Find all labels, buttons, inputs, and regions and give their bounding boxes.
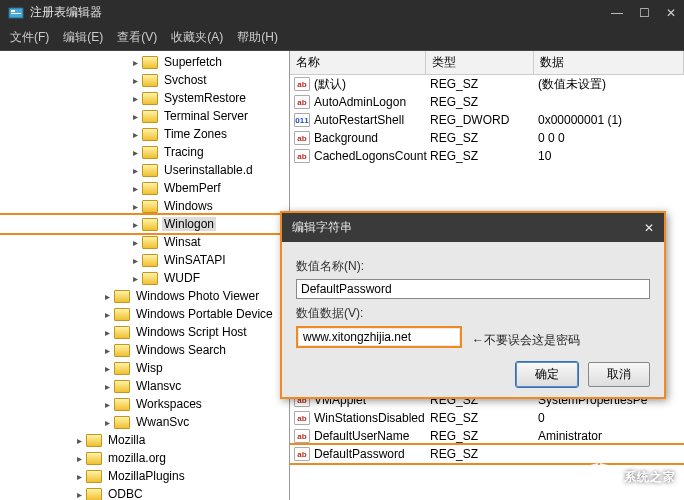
value-type: REG_SZ — [430, 411, 538, 425]
tree-label: Terminal Server — [162, 109, 250, 123]
tree-node[interactable]: ▸Userinstallable.d — [0, 161, 289, 179]
folder-icon — [142, 92, 158, 105]
folder-icon — [142, 254, 158, 267]
tree-node[interactable]: ▸Terminal Server — [0, 107, 289, 125]
expand-icon[interactable]: ▸ — [128, 237, 142, 248]
value-type: REG_SZ — [430, 131, 538, 145]
tree-label: mozilla.org — [106, 451, 168, 465]
value-row[interactable]: ab(默认)REG_SZ(数值未设置) — [290, 75, 684, 93]
tree-node[interactable]: ▸Wlansvc — [0, 377, 289, 395]
tree-node[interactable]: ▸mozilla.org — [0, 449, 289, 467]
expand-icon[interactable]: ▸ — [128, 129, 142, 140]
menu-edit[interactable]: 编辑(E) — [63, 29, 103, 46]
col-type[interactable]: 类型 — [426, 51, 534, 74]
tree-node[interactable]: ▸ODBC — [0, 485, 289, 500]
expand-icon[interactable]: ▸ — [72, 435, 86, 446]
tree-node[interactable]: ▸Tracing — [0, 143, 289, 161]
value-row[interactable]: abDefaultUserNameREG_SZAministrator — [290, 427, 684, 445]
expand-icon[interactable]: ▸ — [100, 291, 114, 302]
value-row[interactable]: abAutoAdminLogonREG_SZ — [290, 93, 684, 111]
tree-node[interactable]: ▸Windows Photo Viewer — [0, 287, 289, 305]
tree-node[interactable]: ▸WUDF — [0, 269, 289, 287]
edit-string-dialog: 编辑字符串 ✕ 数值名称(N): 数值数据(V): ←不要误会这是密码 确定 取… — [280, 211, 666, 399]
expand-icon[interactable]: ▸ — [72, 453, 86, 464]
tree-node[interactable]: ▸Windows Portable Device — [0, 305, 289, 323]
expand-icon[interactable]: ▸ — [100, 363, 114, 374]
expand-icon[interactable]: ▸ — [128, 75, 142, 86]
value-type: REG_SZ — [430, 95, 538, 109]
menu-help[interactable]: 帮助(H) — [237, 29, 278, 46]
registry-tree[interactable]: ▸Superfetch▸Svchost▸SystemRestore▸Termin… — [0, 51, 290, 500]
expand-icon[interactable]: ▸ — [100, 345, 114, 356]
expand-icon[interactable]: ▸ — [128, 183, 142, 194]
expand-icon[interactable]: ▸ — [128, 57, 142, 68]
expand-icon[interactable]: ▸ — [100, 399, 114, 410]
tree-node[interactable]: ▸Svchost — [0, 71, 289, 89]
value-row[interactable]: abDefaultPasswordREG_SZ — [290, 445, 684, 463]
expand-icon[interactable]: ▸ — [128, 201, 142, 212]
tree-node[interactable]: ▸WinSATAPI — [0, 251, 289, 269]
dialog-title: 编辑字符串 — [292, 219, 644, 236]
col-name[interactable]: 名称 — [290, 51, 426, 74]
col-data[interactable]: 数据 — [534, 51, 684, 74]
value-data: 10 — [538, 149, 684, 163]
tree-node[interactable]: ▸Superfetch — [0, 53, 289, 71]
tree-node[interactable]: ▸SystemRestore — [0, 89, 289, 107]
tree-node[interactable]: ▸Time Zones — [0, 125, 289, 143]
value-data: Aministrator — [538, 429, 684, 443]
expand-icon[interactable]: ▸ — [100, 417, 114, 428]
value-data: 0 — [538, 411, 684, 425]
expand-icon[interactable]: ▸ — [128, 219, 142, 230]
menu-favorites[interactable]: 收藏夹(A) — [171, 29, 223, 46]
expand-icon[interactable]: ▸ — [128, 93, 142, 104]
folder-icon — [86, 470, 102, 483]
value-data-input[interactable] — [299, 329, 459, 345]
tree-node[interactable]: ▸Mozilla — [0, 431, 289, 449]
folder-icon — [86, 434, 102, 447]
tree-node[interactable]: ▸Windows — [0, 197, 289, 215]
value-row[interactable]: abWinStationsDisabledREG_SZ0 — [290, 409, 684, 427]
value-row[interactable]: abCachedLogonsCountREG_SZ10 — [290, 147, 684, 165]
close-button[interactable]: ✕ — [666, 6, 676, 20]
tree-label: Windows Photo Viewer — [134, 289, 261, 303]
value-data: (数值未设置) — [538, 76, 684, 93]
expand-icon[interactable]: ▸ — [100, 309, 114, 320]
tree-node[interactable]: ▸Winsat — [0, 233, 289, 251]
value-row[interactable]: abBackgroundREG_SZ0 0 0 — [290, 129, 684, 147]
value-row[interactable]: 011AutoRestartShellREG_DWORD0x00000001 (… — [290, 111, 684, 129]
expand-icon[interactable]: ▸ — [100, 381, 114, 392]
expand-icon[interactable]: ▸ — [72, 489, 86, 500]
cancel-button[interactable]: 取消 — [588, 362, 650, 387]
value-type: REG_SZ — [430, 447, 538, 461]
app-icon — [8, 5, 24, 21]
dialog-close-icon[interactable]: ✕ — [644, 221, 654, 235]
tree-node[interactable]: ▸Winlogon — [0, 215, 289, 233]
folder-icon — [114, 398, 130, 411]
folder-icon — [86, 452, 102, 465]
tree-node[interactable]: ▸Windows Search — [0, 341, 289, 359]
tree-label: Time Zones — [162, 127, 229, 141]
expand-icon[interactable]: ▸ — [128, 255, 142, 266]
value-name-input[interactable] — [296, 279, 650, 299]
tree-node[interactable]: ▸MozillaPlugins — [0, 467, 289, 485]
minimize-button[interactable]: — — [611, 6, 623, 20]
tree-label: Windows Search — [134, 343, 228, 357]
tree-node[interactable]: ▸Windows Script Host — [0, 323, 289, 341]
maximize-button[interactable]: ☐ — [639, 6, 650, 20]
expand-icon[interactable]: ▸ — [128, 165, 142, 176]
expand-icon[interactable]: ▸ — [72, 471, 86, 482]
menu-file[interactable]: 文件(F) — [10, 29, 49, 46]
tree-node[interactable]: ▸Wisp — [0, 359, 289, 377]
expand-icon[interactable]: ▸ — [128, 111, 142, 122]
folder-icon — [114, 380, 130, 393]
expand-icon[interactable]: ▸ — [128, 273, 142, 284]
tree-node[interactable]: ▸Workspaces — [0, 395, 289, 413]
value-name: (默认) — [314, 76, 430, 93]
ok-button[interactable]: 确定 — [516, 362, 578, 387]
expand-icon[interactable]: ▸ — [100, 327, 114, 338]
menu-view[interactable]: 查看(V) — [117, 29, 157, 46]
window-title: 注册表编辑器 — [30, 4, 611, 21]
expand-icon[interactable]: ▸ — [128, 147, 142, 158]
tree-node[interactable]: ▸WwanSvc — [0, 413, 289, 431]
tree-node[interactable]: ▸WbemPerf — [0, 179, 289, 197]
